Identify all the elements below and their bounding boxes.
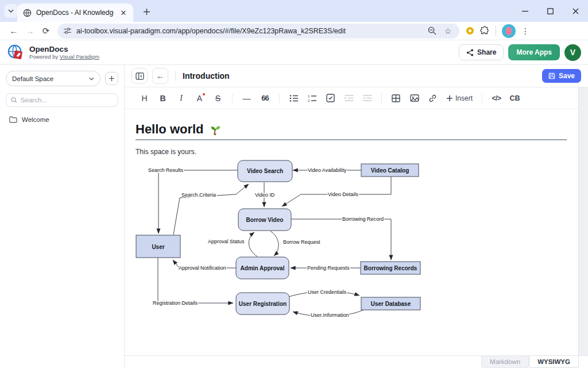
editor-scrollbar[interactable] [578, 87, 588, 355]
blockquote-button[interactable]: 66 [259, 92, 271, 105]
save-label: Save [559, 72, 575, 80]
new-tab-button[interactable] [140, 5, 153, 18]
browser-profile-avatar[interactable] [502, 24, 516, 38]
indent-button[interactable] [343, 92, 355, 105]
dataflow-diagram: Video Search Video Catalog Borrow Video … [136, 158, 434, 324]
toggle-sidebar-button[interactable] [131, 68, 148, 84]
sidebar-item-welcome[interactable]: Welcome [6, 114, 118, 125]
divider [175, 71, 176, 81]
plus-icon [143, 8, 150, 16]
table-button[interactable] [390, 92, 402, 105]
node-label: Video Search [247, 168, 283, 174]
app-name: OpenDocs [29, 45, 99, 53]
tab-wysiwyg[interactable]: WYSIWYG [529, 356, 579, 368]
tab-search-button[interactable] [4, 4, 18, 18]
text-color-button[interactable]: A [194, 92, 206, 105]
visual-paradigm-link[interactable]: Visual Paradigm [60, 53, 99, 60]
window-controls [512, 0, 588, 22]
more-apps-label: More Apps [516, 48, 552, 56]
panel-collapse-icon [136, 72, 144, 80]
share-label: Share [477, 48, 496, 56]
link-button[interactable] [427, 92, 439, 105]
close-icon [572, 8, 579, 14]
more-apps-button[interactable]: More Apps [508, 44, 560, 60]
editor-status-bar: Markdown WYSIWYG [125, 355, 588, 368]
italic-button[interactable]: I [175, 92, 187, 105]
node-label: Borrow Video [246, 217, 284, 223]
edge-label: Search Criteria [181, 192, 216, 198]
maximize-button[interactable] [537, 0, 563, 22]
back-button[interactable]: ← [6, 23, 22, 39]
task-list-button[interactable] [324, 92, 336, 105]
node-label: User [152, 244, 164, 250]
search-icon [11, 97, 17, 103]
sidebar-search[interactable] [6, 93, 118, 107]
task-checkbox-icon [326, 94, 335, 102]
numbered-list-icon: 12 [308, 94, 317, 102]
forward-button[interactable]: → [22, 23, 38, 39]
save-button[interactable]: Save [542, 69, 581, 83]
edge-label: Pending Requests [307, 265, 350, 271]
bullet-list-button[interactable] [288, 92, 300, 105]
tab-title: OpenDocs - AI Knowledge Base [36, 9, 114, 17]
edge-label: Approval Notification [179, 265, 226, 271]
image-button[interactable] [408, 92, 420, 105]
node-label: User Registration [239, 301, 287, 307]
heading-button[interactable]: H [138, 92, 150, 105]
numbered-list-button[interactable]: 12 [306, 92, 318, 105]
zoom-out-icon[interactable] [426, 25, 438, 37]
edge-search-results [158, 170, 238, 233]
space-selector[interactable]: Default Space [6, 71, 100, 86]
tab-markdown[interactable]: Markdown [481, 356, 529, 368]
save-floppy-icon [548, 72, 555, 79]
user-avatar[interactable]: V [564, 44, 581, 61]
edge-label: Approval Status [208, 239, 245, 244]
reload-button[interactable]: ⟳ [38, 23, 54, 39]
outdent-button[interactable] [361, 92, 373, 105]
browser-urlbar: ← → ⟳ ai-toolbox.visual-paradigm.com/app… [0, 22, 588, 40]
search-input[interactable] [21, 97, 113, 103]
browser-tab[interactable]: OpenDocs - AI Knowledge Base ✕ [17, 3, 133, 22]
edge-label: Video Availability [308, 167, 347, 173]
back-nav-button[interactable]: ← [152, 68, 168, 84]
url-field[interactable]: ai-toolbox.visual-paradigm.com/app/opend… [57, 24, 459, 39]
extensions-puzzle-icon[interactable] [479, 26, 490, 36]
node-label: User Database [371, 301, 411, 307]
browser-window: OpenDocs - AI Knowledge Base ✕ ← → ⟳ ai-… [0, 0, 588, 368]
browser-menu-icon[interactable]: ⋮ [521, 26, 529, 36]
node-label: Video Catalog [371, 167, 409, 174]
bookmark-star-icon[interactable]: ☆ [442, 25, 454, 37]
close-button[interactable] [563, 0, 588, 22]
divider [232, 94, 233, 103]
indent-icon [345, 94, 354, 102]
minimize-button[interactable] [512, 0, 537, 22]
tab-close-icon[interactable]: ✕ [118, 7, 129, 18]
horizontal-rule-button[interactable]: — [241, 92, 253, 105]
outdent-icon [363, 94, 372, 102]
edge-label: Borrow Request [283, 239, 320, 245]
page-title: Introduction [183, 71, 230, 80]
heading-text: Hello world [136, 122, 204, 137]
share-button[interactable]: Share [459, 44, 504, 60]
image-icon [410, 94, 419, 102]
minimize-icon [522, 8, 528, 14]
add-space-button[interactable] [105, 72, 118, 85]
edge-label: User Information [311, 312, 349, 318]
strikethrough-button[interactable]: S [212, 92, 224, 105]
svg-text:2: 2 [308, 99, 310, 102]
brand-text: OpenDocs Powered by Visual Paradigm [29, 45, 99, 60]
site-settings-icon [63, 27, 72, 34]
editor-content[interactable]: Hello world This space is yours. [125, 109, 578, 355]
code-block-button[interactable]: CB [509, 92, 521, 105]
divider [279, 94, 280, 103]
svg-text:1: 1 [308, 94, 310, 98]
extension-badge-icon[interactable] [466, 27, 474, 34]
share-icon [466, 49, 474, 56]
plus-icon [446, 95, 453, 102]
space-selector-value: Default Space [12, 75, 53, 82]
document-paragraph: This space is yours. [136, 148, 567, 156]
bold-button[interactable]: B [157, 92, 169, 105]
edge-label: Video ID [255, 192, 275, 198]
inline-code-button[interactable]: </> [490, 92, 502, 105]
insert-button[interactable]: Insert [445, 94, 474, 102]
